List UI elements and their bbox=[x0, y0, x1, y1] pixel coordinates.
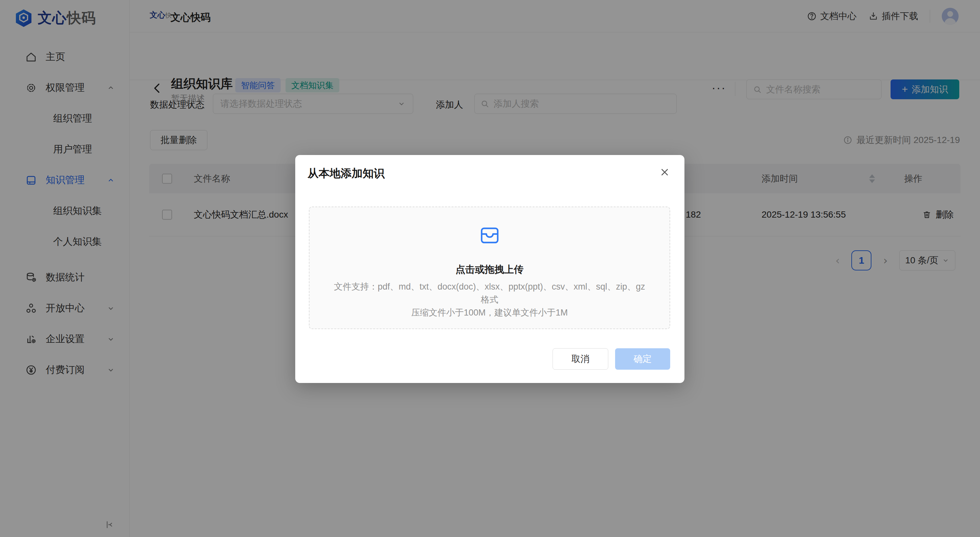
close-icon[interactable] bbox=[659, 167, 670, 178]
upload-support-line2: 格式 bbox=[310, 293, 670, 306]
upload-support-line1: 文件支持：pdf、md、txt、docx(doc)、xlsx、pptx(ppt)… bbox=[310, 280, 670, 293]
upload-dropzone[interactable]: 点击或拖拽上传 文件支持：pdf、md、txt、docx(doc)、xlsx、p… bbox=[309, 207, 670, 329]
confirm-button[interactable]: 确定 bbox=[615, 348, 670, 370]
cancel-button[interactable]: 取消 bbox=[552, 348, 608, 370]
upload-size-limit: 压缩文件小于100M，建议单文件小于1M bbox=[310, 306, 670, 319]
upload-hint: 文件支持：pdf、md、txt、docx(doc)、xlsx、pptx(ppt)… bbox=[310, 280, 670, 319]
upload-title: 点击或拖拽上传 bbox=[310, 263, 670, 276]
add-knowledge-modal: 从本地添加知识 点击或拖拽上传 文件支持：pdf、md、txt、docx(doc… bbox=[295, 155, 684, 383]
inbox-icon bbox=[478, 224, 501, 247]
modal-title: 从本地添加知识 bbox=[307, 166, 385, 181]
